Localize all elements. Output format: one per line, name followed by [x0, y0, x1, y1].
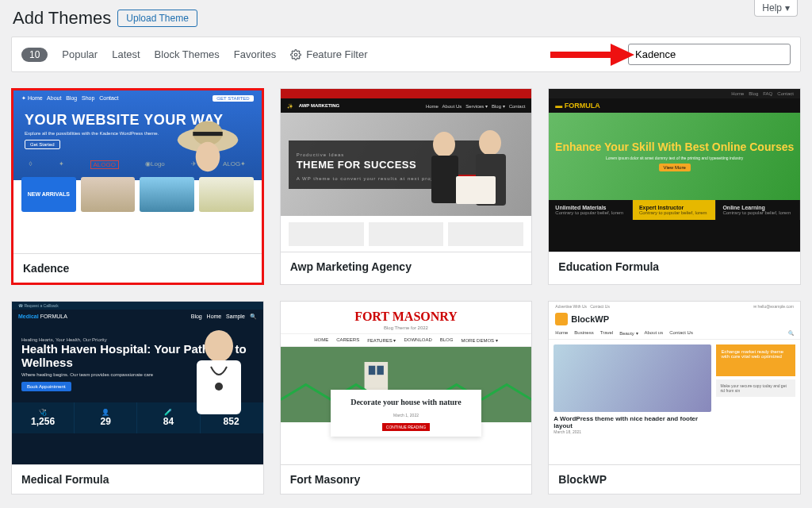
- svg-rect-17: [368, 366, 374, 375]
- svg-marker-2: [611, 44, 634, 66]
- svg-rect-5: [193, 132, 222, 136]
- theme-card-medical[interactable]: ☎ Request a Callback Medical FORMULABlog…: [11, 301, 264, 495]
- theme-name: Medical Formula: [12, 464, 263, 494]
- theme-count-badge: 10: [21, 48, 48, 62]
- theme-card-education[interactable]: HomeBlogFAQContact ▬ FORMULA Enhance You…: [548, 88, 801, 285]
- feature-filter-button[interactable]: Feature Filter: [290, 48, 367, 60]
- svg-point-6: [195, 142, 220, 171]
- theme-preview: FORT MASONRY Blog Theme for 2022 HOMECAR…: [281, 302, 532, 464]
- svg-rect-11: [456, 176, 496, 204]
- theme-preview: ✨AWP MARKETINGHome About Us Services ▾ B…: [281, 89, 532, 252]
- svg-rect-18: [377, 366, 383, 375]
- svg-point-7: [433, 132, 455, 157]
- theme-card-blockwp[interactable]: Advertise With Us Contact Us✉ hello@exam…: [548, 301, 801, 495]
- filter-latest[interactable]: Latest: [112, 48, 140, 60]
- chevron-down-icon: ▾: [785, 2, 790, 13]
- upload-theme-button[interactable]: Upload Theme: [117, 10, 197, 27]
- filter-block-themes[interactable]: Block Themes: [155, 48, 220, 60]
- svg-point-9: [479, 130, 501, 156]
- filter-popular[interactable]: Popular: [62, 48, 98, 60]
- theme-name: Awp Marketing Agency: [281, 252, 532, 281]
- filter-favorites[interactable]: Favorites: [234, 48, 276, 60]
- help-label: Help: [762, 2, 782, 13]
- feature-filter-label: Feature Filter: [306, 48, 367, 60]
- gear-icon: [290, 49, 301, 60]
- highlight-arrow-icon: [549, 41, 636, 68]
- help-toggle[interactable]: Help ▾: [754, 0, 798, 17]
- svg-point-14: [215, 383, 223, 391]
- theme-card-awp[interactable]: ✨AWP MARKETINGHome About Us Services ▾ B…: [280, 88, 533, 285]
- theme-name: Education Formula: [549, 252, 800, 281]
- theme-name: Kadence: [13, 253, 262, 283]
- svg-rect-16: [364, 362, 388, 392]
- theme-name: Fort Masonry: [281, 464, 532, 494]
- theme-preview: HomeBlogFAQContact ▬ FORMULA Enhance You…: [549, 89, 800, 252]
- svg-point-12: [205, 330, 233, 362]
- filter-bar: 10 Popular Latest Block Themes Favorites…: [11, 37, 801, 72]
- svg-rect-8: [431, 156, 458, 203]
- theme-card-fort[interactable]: FORT MASONRY Blog Theme for 2022 HOMECAR…: [280, 301, 533, 495]
- theme-card-kadence[interactable]: ✦ Home About Blog Shop ContactGET STARTE…: [11, 88, 264, 285]
- page-title: Add Themes: [13, 8, 111, 29]
- theme-preview: ☎ Request a Callback Medical FORMULABlog…: [12, 302, 263, 464]
- theme-name: BlockWP: [549, 464, 800, 494]
- svg-point-0: [294, 53, 297, 56]
- theme-preview: Advertise With Us Contact Us✉ hello@exam…: [549, 302, 800, 464]
- theme-preview: ✦ Home About Blog Shop ContactGET STARTE…: [13, 90, 262, 253]
- search-input[interactable]: [628, 44, 791, 65]
